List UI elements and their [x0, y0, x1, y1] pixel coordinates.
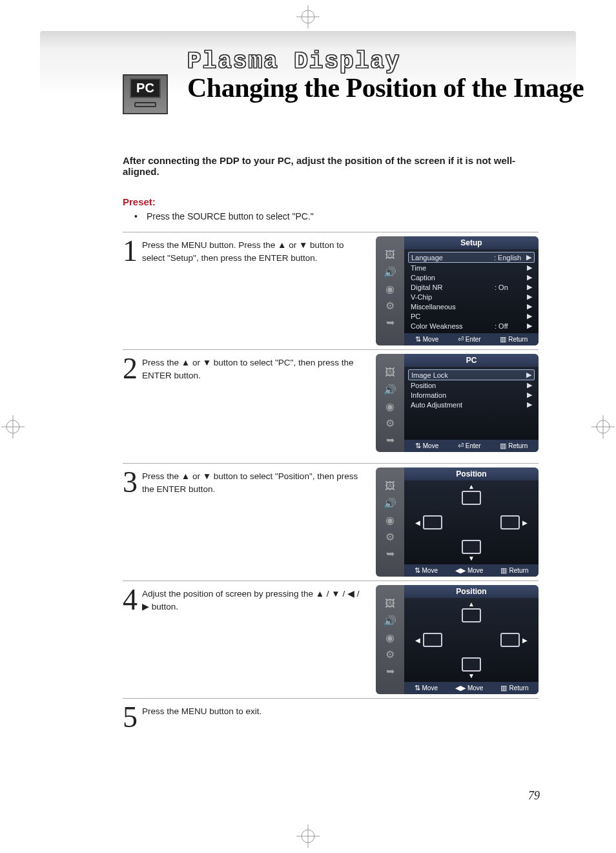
footer-move-h: Move: [467, 567, 483, 574]
osd-row[interactable]: Language: English▶: [408, 252, 535, 263]
pad-left-button[interactable]: [423, 515, 442, 529]
sound-icon: 🔊: [383, 497, 397, 509]
updown-icon: ⇅: [415, 442, 421, 450]
pad-left-button[interactable]: [423, 633, 442, 647]
pad-up-button[interactable]: [462, 491, 481, 505]
channel-icon: ◉: [383, 514, 397, 526]
chevron-right-icon: ▶: [524, 263, 532, 272]
preset-item: Press the SOURCE button to select "PC.": [134, 211, 539, 221]
osd-row-label: Position: [411, 382, 495, 389]
osd-pc: 🖼 🔊 ◉ ⚙ ➥ PC Image Lock▶Position▶Informa…: [376, 354, 539, 459]
osd-row-value: : English: [494, 254, 524, 262]
step-3: 3 Press the ▲ or ▼ button to select "Pos…: [123, 463, 539, 577]
osd-row[interactable]: Information▶: [408, 390, 535, 400]
osd-icon-column: 🖼 🔊 ◉ ⚙ ➥: [376, 354, 404, 452]
enter-icon: ⏎: [458, 442, 464, 450]
channel-icon: ◉: [383, 632, 397, 643]
chevron-right-icon: ▶: [524, 322, 532, 330]
step-1-number: 1: [123, 236, 142, 345]
picture-icon: 🖼: [383, 249, 397, 261]
setup-icon: ⚙: [383, 300, 397, 311]
return-icon: ▥: [500, 442, 506, 450]
return-icon: ▥: [500, 335, 506, 344]
osd-icon-column: 🖼 🔊 ◉ ⚙ ➥: [376, 468, 404, 577]
step-4-number: 4: [123, 585, 142, 694]
pad-right-button[interactable]: [500, 515, 520, 529]
osd-row-label: Information: [411, 391, 495, 399]
osd-row[interactable]: Caption▶: [408, 272, 535, 282]
osd-row[interactable]: Image Lock▶: [408, 369, 535, 380]
osd-row[interactable]: PC▶: [408, 311, 535, 321]
osd-icon-column: 🖼 🔊 ◉ ⚙ ➥: [376, 236, 404, 345]
footer-return: Return: [508, 336, 528, 343]
osd-row-value: : Off: [495, 322, 524, 330]
sound-icon: 🔊: [383, 266, 397, 278]
position-pad: [408, 483, 535, 562]
step-1: 1 Press the MENU button. Press the ▲ or …: [123, 232, 539, 345]
setup-icon: ⚙: [383, 417, 397, 429]
footer-move-h: Move: [467, 684, 483, 692]
osd-row-value: : On: [495, 283, 524, 291]
chevron-right-icon: ▶: [524, 293, 532, 301]
pad-up-button[interactable]: [462, 608, 481, 622]
setup-icon: ⚙: [383, 648, 397, 660]
step-4-text: Adjust the position of screen by pressin…: [142, 585, 360, 694]
updown-icon: ⇅: [415, 684, 420, 692]
osd-setup: 🖼 🔊 ◉ ⚙ ➥ Setup Language: English▶Time▶C…: [376, 236, 539, 345]
step-4: 4 Adjust the position of screen by press…: [123, 581, 539, 694]
footer-move: Move: [422, 684, 438, 692]
updown-icon: ⇅: [415, 335, 421, 344]
input-icon: ➥: [383, 316, 397, 328]
leftright-icon: ◀▶: [455, 566, 466, 575]
footer-enter: Enter: [466, 442, 481, 449]
osd-footer: ⇅Move ⏎Enter ▥Return: [404, 440, 539, 452]
footer-return: Return: [508, 442, 528, 449]
input-icon: ➥: [383, 665, 397, 677]
osd-row[interactable]: Color Weakness: Off▶: [408, 321, 535, 331]
step-5-number: 5: [123, 703, 142, 732]
return-icon: ▥: [500, 684, 507, 692]
step-5: 5 Press the MENU button to exit.: [123, 698, 539, 732]
chevron-right-icon: ▶: [524, 312, 532, 320]
crop-mark-top: [296, 5, 320, 28]
pad-down-button[interactable]: [462, 540, 481, 554]
chevron-right-icon: ▶: [524, 371, 531, 379]
chevron-right-icon: ▶: [524, 273, 532, 282]
updown-icon: ⇅: [415, 566, 420, 575]
osd-icon-column: 🖼 🔊 ◉ ⚙ ➥: [376, 585, 404, 694]
osd-footer: ⇅Move ⏎Enter ▥Return: [404, 333, 539, 345]
return-icon: ▥: [500, 566, 507, 575]
osd-footer: ⇅Move ◀▶Move ▥Return: [404, 564, 539, 577]
osd-row[interactable]: Position▶: [408, 380, 535, 390]
osd-row-label: Color Weakness: [411, 322, 495, 330]
step-2: 2 Press the ▲ or ▼ button to select "PC"…: [123, 349, 539, 459]
page-title: Changing the Position of the Image: [187, 72, 584, 103]
osd-title: Position: [404, 585, 539, 598]
channel-icon: ◉: [383, 283, 397, 294]
osd-row-label: Caption: [411, 274, 495, 282]
pad-down-button[interactable]: [462, 657, 481, 672]
osd-row[interactable]: V-Chip▶: [408, 292, 535, 302]
osd-row-label: Auto Adjustment: [411, 401, 495, 409]
osd-row[interactable]: Auto Adjustment▶: [408, 400, 535, 409]
osd-row-label: Language: [411, 254, 494, 262]
osd-row[interactable]: Time▶: [408, 263, 535, 272]
footer-enter: Enter: [466, 336, 481, 343]
step-2-number: 2: [123, 354, 142, 459]
chevron-right-icon: ▶: [524, 302, 532, 311]
osd-row[interactable]: Digital NR: On▶: [408, 282, 535, 292]
crop-mark-right: [591, 415, 615, 438]
pad-right-button[interactable]: [500, 633, 520, 647]
picture-icon: 🖼: [383, 598, 397, 610]
pc-badge: PC: [123, 74, 168, 114]
footer-return: Return: [509, 684, 528, 692]
input-icon: ➥: [383, 434, 397, 446]
step-2-text: Press the ▲ or ▼ button to select "PC", …: [142, 354, 360, 459]
osd-row-label: Image Lock: [411, 371, 494, 379]
osd-row[interactable]: Miscellaneous▶: [408, 302, 535, 311]
step-3-text: Press the ▲ or ▼ button to select "Posit…: [142, 468, 360, 577]
osd-row-label: Time: [411, 264, 495, 272]
sound-icon: 🔊: [383, 615, 397, 626]
preset-heading: Preset:: [123, 196, 539, 207]
leftright-icon: ◀▶: [455, 684, 466, 692]
